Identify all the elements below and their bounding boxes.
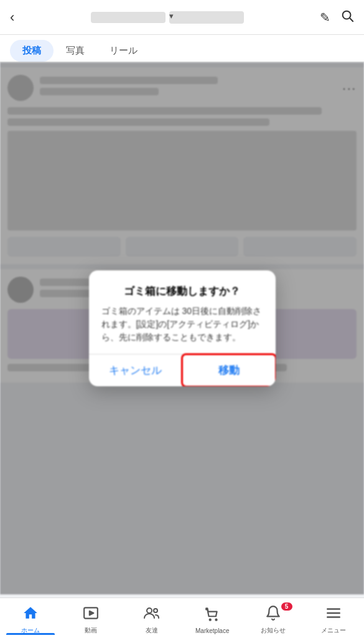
svg-point-4 <box>147 608 152 613</box>
header-icons: ✎ <box>320 9 354 26</box>
tabs-bar: 投稿 写真 リール <box>0 35 364 62</box>
feed-background: ··· ゴミ箱に移動しますか？ ゴミ箱のアイテムは 30日後に自動削除されます。… <box>0 62 364 594</box>
svg-point-6 <box>210 619 211 620</box>
header-center: ▾ <box>91 11 244 24</box>
home-icon <box>22 605 39 625</box>
nav-label-marketplace: Marketplace <box>195 627 229 634</box>
svg-point-7 <box>216 619 217 620</box>
nav-label-menu: メニュー <box>321 626 346 635</box>
nav-item-friends[interactable]: 友達 <box>121 601 182 635</box>
nav-item-home[interactable]: ホーム <box>0 601 61 635</box>
cancel-button[interactable]: キャンセル <box>89 355 182 386</box>
chevron-down-icon: ▾ <box>169 11 244 24</box>
nav-item-menu[interactable]: メニュー <box>304 601 365 635</box>
dialog-overlay: ゴミ箱に移動しますか？ ゴミ箱のアイテムは 30日後に自動削除されます。[設定]… <box>0 62 364 594</box>
notification-badge: 5 <box>281 602 292 611</box>
dialog-actions: キャンセル 移動 <box>89 355 276 386</box>
profile-name-placeholder <box>91 12 166 23</box>
svg-point-5 <box>154 609 157 612</box>
confirm-dialog: ゴミ箱に移動しますか？ ゴミ箱のアイテムは 30日後に自動削除されます。[設定]… <box>89 270 276 386</box>
header: ‹ ▾ ✎ <box>0 0 364 35</box>
nav-label-friends: 友達 <box>146 626 158 635</box>
svg-marker-3 <box>90 611 94 616</box>
confirm-button[interactable]: 移動 <box>182 355 276 386</box>
svg-line-1 <box>350 19 353 22</box>
nav-label-video: 動画 <box>85 626 97 635</box>
confirm-wrapper: 移動 <box>182 355 276 386</box>
dialog-title: ゴミ箱に移動しますか？ <box>101 284 263 298</box>
search-icon[interactable] <box>340 9 354 26</box>
friends-icon <box>143 605 161 625</box>
nav-item-video[interactable]: 動画 <box>61 601 122 635</box>
nav-item-marketplace[interactable]: Marketplace <box>182 602 243 634</box>
dialog-body: ゴミ箱に移動しますか？ ゴミ箱のアイテムは 30日後に自動削除されます。[設定]… <box>89 270 276 354</box>
video-icon <box>83 605 99 625</box>
edit-icon[interactable]: ✎ <box>320 10 330 25</box>
nav-label-home: ホーム <box>21 626 40 635</box>
menu-icon <box>325 605 342 625</box>
marketplace-icon <box>204 606 220 626</box>
svg-point-0 <box>343 11 351 19</box>
tab-reels[interactable]: リール <box>97 40 150 62</box>
nav-item-notifications[interactable]: 5 お知らせ <box>243 601 304 635</box>
nav-label-notifications: お知らせ <box>261 626 286 635</box>
back-button[interactable]: ‹ <box>10 9 14 26</box>
bottom-navigation: ホーム 動画 友達 <box>0 598 364 638</box>
notifications-icon <box>265 605 281 625</box>
tab-photos[interactable]: 写真 <box>54 40 97 62</box>
dialog-message: ゴミ箱のアイテムは 30日後に自動削除されます。[設定]の[アクティビティログ]… <box>101 305 263 344</box>
tab-posts[interactable]: 投稿 <box>10 40 54 62</box>
